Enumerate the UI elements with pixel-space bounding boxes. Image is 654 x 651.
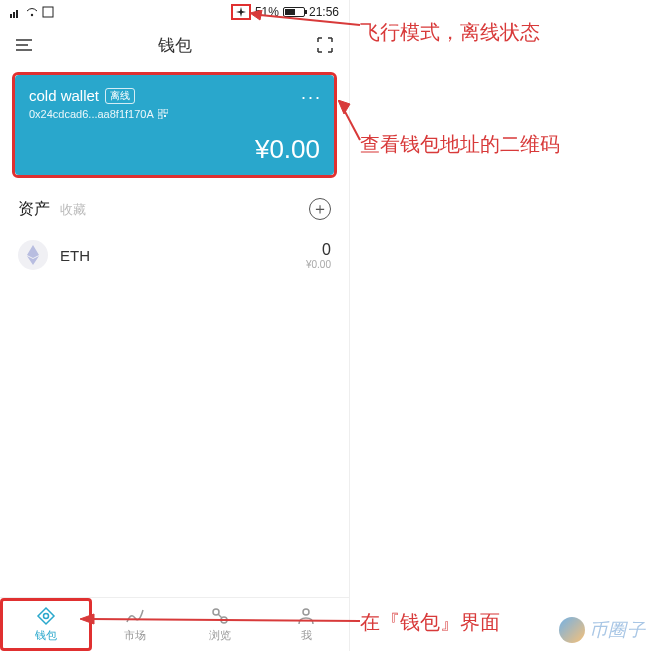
svg-rect-1: [13, 12, 15, 18]
offline-badge: 离线: [105, 88, 135, 104]
svg-point-3: [31, 14, 33, 16]
arrow-qr: [338, 100, 362, 150]
signal-icon: [10, 6, 22, 18]
wallet-card-highlight: cold wallet 离线 ··· 0x24cdcad6...aa8f1f17…: [12, 72, 337, 178]
svg-rect-10: [158, 115, 162, 119]
svg-rect-11: [164, 115, 166, 117]
assets-header: 资产 收藏 ＋: [0, 184, 349, 228]
watermark-text: 币圈子: [589, 618, 646, 642]
svg-rect-2: [16, 10, 18, 18]
tab-browse-label: 浏览: [209, 628, 231, 643]
wallet-card[interactable]: cold wallet 离线 ··· 0x24cdcad6...aa8f1f17…: [15, 75, 334, 175]
annotation-tab: 在『钱包』界面: [360, 608, 500, 636]
svg-marker-19: [250, 10, 262, 20]
asset-fiat: ¥0.00: [306, 259, 331, 270]
wallet-balance: ¥0.00: [29, 134, 320, 165]
asset-symbol: ETH: [60, 247, 306, 264]
header-title: 钱包: [158, 34, 192, 57]
assets-tabs: 资产 收藏: [18, 199, 86, 220]
asset-amount: 0: [306, 241, 331, 259]
asset-values: 0 ¥0.00: [306, 241, 331, 270]
wallet-address-row[interactable]: 0x24cdcad6...aa8f1f170A: [29, 108, 320, 120]
tab-assets[interactable]: 资产: [18, 199, 50, 220]
tab-wallet-label: 钱包: [35, 628, 57, 643]
annotation-airplane: 飞行模式，离线状态: [360, 18, 540, 46]
app-header: 钱包: [0, 24, 349, 66]
status-left: [10, 6, 54, 18]
arrow-airplane: [250, 10, 360, 30]
svg-rect-0: [10, 14, 12, 18]
add-asset-button[interactable]: ＋: [309, 198, 331, 220]
svg-rect-8: [158, 109, 162, 113]
eth-icon: [18, 240, 48, 270]
watermark: 币圈子: [559, 617, 646, 643]
airplane-mode-highlight: [231, 4, 251, 20]
arrow-tab: [80, 609, 360, 629]
svg-rect-4: [43, 7, 53, 17]
tab-wallet[interactable]: 钱包: [0, 598, 92, 651]
svg-marker-12: [38, 608, 54, 624]
annotation-qr: 查看钱包地址的二维码: [360, 130, 560, 158]
menu-icon[interactable]: [14, 35, 34, 55]
wallet-name: cold wallet: [29, 87, 99, 104]
airplane-icon: [235, 6, 247, 18]
wifi-icon: [26, 6, 38, 18]
app-icon: [42, 6, 54, 18]
wallet-more-icon[interactable]: ···: [301, 87, 322, 108]
scan-icon[interactable]: [315, 35, 335, 55]
wallet-address: 0x24cdcad6...aa8f1f170A: [29, 108, 154, 120]
asset-row-eth[interactable]: ETH 0 ¥0.00: [0, 228, 349, 282]
wallet-name-row: cold wallet 离线: [29, 87, 320, 104]
watermark-logo-icon: [559, 617, 585, 643]
svg-marker-21: [338, 100, 350, 114]
tab-me-label: 我: [301, 628, 312, 643]
qr-icon[interactable]: [158, 109, 168, 119]
svg-point-13: [43, 614, 48, 619]
svg-rect-9: [164, 109, 168, 113]
phone-frame: 51% 21:56 钱包 cold wallet 离线 ··· 0x24cd: [0, 0, 350, 651]
tab-market-label: 市场: [124, 628, 146, 643]
svg-marker-23: [80, 614, 94, 624]
svg-line-18: [260, 15, 360, 25]
svg-line-22: [90, 619, 360, 621]
wallet-tab-icon: [36, 606, 56, 626]
tab-favorites[interactable]: 收藏: [60, 201, 86, 219]
